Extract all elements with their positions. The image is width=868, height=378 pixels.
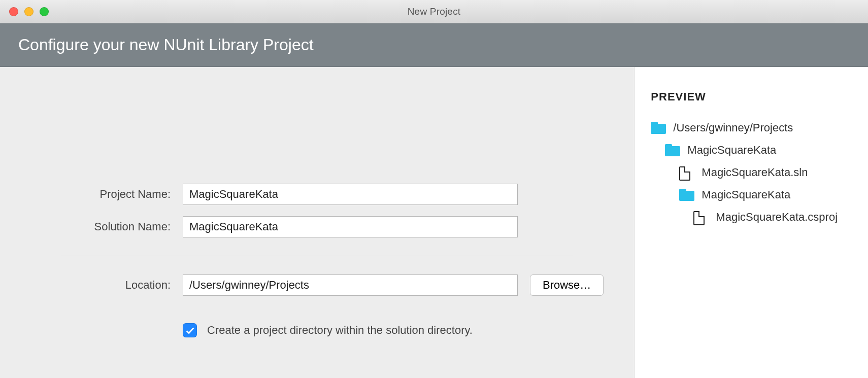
location-input[interactable] bbox=[183, 274, 518, 296]
location-row: Location: Browse… bbox=[30, 274, 604, 296]
tree-item-label: /Users/gwinney/Projects bbox=[673, 121, 793, 134]
tree-item: /Users/gwinney/Projects bbox=[651, 117, 852, 139]
folder-icon bbox=[651, 122, 666, 134]
page-title: Configure your new NUnit Library Project bbox=[18, 36, 314, 54]
project-name-input[interactable] bbox=[183, 184, 518, 205]
preview-panel: PREVIEW /Users/gwinney/ProjectsMagicSqua… bbox=[634, 67, 868, 378]
form-panel: Project Name: Solution Name: Location: B… bbox=[0, 67, 634, 378]
main-area: Project Name: Solution Name: Location: B… bbox=[0, 67, 868, 378]
window-controls bbox=[9, 7, 49, 16]
preview-heading: PREVIEW bbox=[651, 90, 852, 104]
folder-icon bbox=[679, 189, 694, 201]
solution-name-label: Solution Name: bbox=[30, 220, 183, 233]
preview-tree: /Users/gwinney/ProjectsMagicSquareKataMa… bbox=[651, 117, 852, 228]
close-icon[interactable] bbox=[9, 7, 18, 16]
file-icon bbox=[679, 166, 690, 181]
project-name-label: Project Name: bbox=[30, 188, 183, 201]
tree-item-label: MagicSquareKata.sln bbox=[702, 166, 808, 179]
tree-item-label: MagicSquareKata.csproj bbox=[716, 211, 838, 224]
create-dir-checkbox[interactable] bbox=[183, 323, 197, 337]
solution-name-input[interactable] bbox=[183, 216, 518, 237]
project-name-row: Project Name: bbox=[30, 184, 604, 205]
tree-item-label: MagicSquareKata bbox=[702, 188, 790, 201]
checkmark-icon bbox=[184, 325, 195, 336]
tree-item: MagicSquareKata.sln bbox=[651, 161, 852, 184]
divider bbox=[61, 256, 573, 256]
zoom-icon[interactable] bbox=[40, 7, 49, 16]
tree-item: MagicSquareKata.csproj bbox=[651, 206, 852, 228]
create-dir-row: Create a project directory within the so… bbox=[30, 323, 604, 337]
minimize-icon[interactable] bbox=[24, 7, 34, 16]
folder-icon bbox=[665, 144, 680, 156]
page-header: Configure your new NUnit Library Project bbox=[0, 23, 868, 67]
tree-item-label: MagicSquareKata bbox=[687, 144, 776, 157]
tree-item: MagicSquareKata bbox=[651, 139, 852, 161]
create-dir-label: Create a project directory within the so… bbox=[207, 324, 473, 337]
solution-name-row: Solution Name: bbox=[30, 216, 604, 237]
window-title: New Project bbox=[0, 6, 868, 17]
browse-button[interactable]: Browse… bbox=[530, 274, 604, 296]
location-label: Location: bbox=[30, 279, 183, 292]
file-icon bbox=[693, 211, 705, 225]
titlebar: New Project bbox=[0, 0, 868, 23]
tree-item: MagicSquareKata bbox=[651, 184, 852, 206]
